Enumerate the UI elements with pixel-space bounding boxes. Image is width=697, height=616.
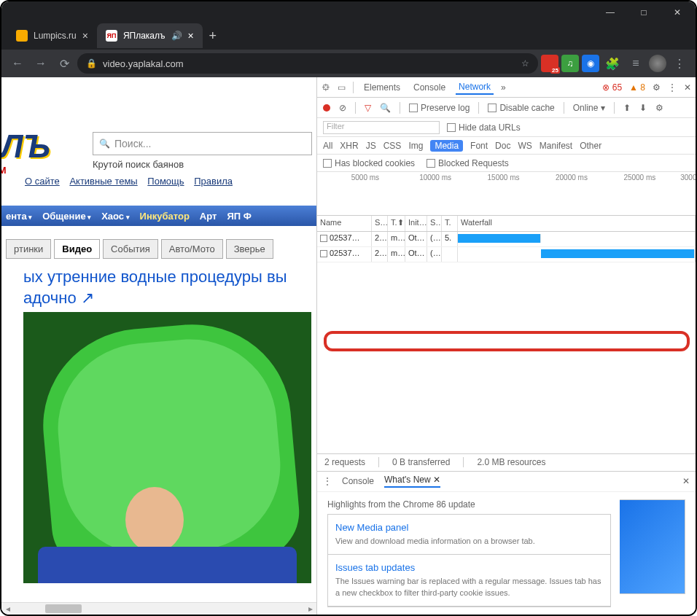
settings-gear-icon[interactable]: ⚙	[653, 82, 661, 93]
sub-tab[interactable]: Видео	[54, 239, 100, 259]
col-size[interactable]: S…	[427, 216, 442, 231]
tab-close-icon[interactable]: ×	[82, 30, 88, 42]
preserve-log-checkbox[interactable]: Preserve log	[409, 103, 470, 113]
network-request-row[interactable]: 02537…2…m…Ot…(…	[317, 247, 696, 262]
site-link[interactable]: О сайте	[25, 176, 60, 187]
extension-icon[interactable]: ♫	[561, 55, 579, 72]
post-title[interactable]: ых утренние водные процедуры вы адочно ↗	[23, 267, 287, 308]
browser-tab-yaplakal[interactable]: ЯП ЯПлакалъ 🔊 ×	[97, 23, 203, 48]
scroll-right-icon[interactable]: ▸	[304, 604, 316, 614]
download-icon[interactable]: ⬇	[639, 103, 647, 113]
devtools-close-icon[interactable]: ✕	[684, 82, 691, 93]
type-filter-ws[interactable]: WS	[518, 141, 531, 151]
error-count[interactable]: ⊗ 65	[602, 82, 622, 93]
card-title[interactable]: New Media panel	[335, 522, 603, 533]
drawer-menu-icon[interactable]: ⋮	[323, 476, 332, 486]
extension-icon[interactable]: 25	[541, 55, 558, 72]
bookmark-star-icon[interactable]: ☆	[521, 58, 529, 69]
type-filter-img[interactable]: Img	[408, 141, 423, 151]
type-filter-other[interactable]: Other	[580, 141, 601, 151]
menu-item[interactable]: Хаос	[101, 211, 129, 222]
timeline-overview[interactable]: 5000 ms10000 ms15000 ms20000 ms25000 ms3…	[317, 172, 696, 216]
upload-icon[interactable]: ⬆	[623, 103, 631, 113]
audio-icon[interactable]: 🔊	[171, 31, 182, 41]
chrome-menu-button[interactable]: ⋮	[669, 53, 690, 74]
scroll-thumb[interactable]	[45, 604, 82, 613]
type-filter-manifest[interactable]: Manifest	[540, 141, 572, 151]
col-type[interactable]: T.⬆	[388, 216, 405, 231]
drawer-tab-console[interactable]: Console	[342, 476, 374, 486]
browser-tab-lumpics[interactable]: Lumpics.ru ×	[7, 23, 97, 48]
sub-tab[interactable]: ртинки	[6, 239, 51, 259]
tab-title: ЯПлакалъ	[123, 31, 166, 41]
omnibox[interactable]: 🔒 video.yaplakal.com ☆	[77, 53, 538, 74]
site-link[interactable]: Правила	[194, 176, 233, 187]
devtools-tab-console[interactable]: Console	[410, 81, 448, 94]
scroll-left-icon[interactable]: ◂	[1, 604, 14, 614]
window-close-button[interactable]: ✕	[661, 1, 694, 23]
menu-item[interactable]: ЯП Ф	[227, 211, 251, 222]
extension-icon[interactable]: ◉	[582, 55, 599, 72]
blocked-cookies-checkbox[interactable]: Has blocked cookies	[323, 158, 415, 168]
inspect-icon[interactable]: ⯐	[322, 82, 330, 93]
reload-button[interactable]: ⟳	[54, 53, 74, 74]
drawer-close-icon[interactable]: ✕	[682, 476, 690, 486]
disable-cache-checkbox[interactable]: Disable cache	[488, 103, 554, 113]
drawer-tab-whatsnew[interactable]: What's New ✕	[384, 475, 440, 488]
horizontal-scrollbar[interactable]: ◂ ▸	[1, 602, 316, 615]
sub-tab[interactable]: Зверье	[226, 239, 273, 259]
menu-item[interactable]: Арт	[200, 211, 217, 222]
menu-item[interactable]: Инкубатор	[140, 211, 190, 222]
clear-icon[interactable]: ⊘	[339, 103, 346, 113]
type-filter-font[interactable]: Font	[470, 141, 488, 151]
type-filter-all[interactable]: All	[323, 141, 332, 151]
blocked-requests-checkbox[interactable]: Blocked Requests	[427, 158, 509, 168]
back-button[interactable]: ←	[7, 53, 28, 74]
devtools-menu-icon[interactable]: ⋮	[668, 82, 677, 93]
window-maximize-button[interactable]: □	[627, 1, 661, 23]
tab-close-icon[interactable]: ×	[188, 30, 194, 42]
site-link[interactable]: Помощь	[147, 176, 184, 187]
site-link[interactable]: Активные темы	[69, 176, 137, 187]
sub-tab[interactable]: События	[103, 239, 158, 259]
forward-button[interactable]: →	[31, 53, 51, 74]
timeline-tick: 3000	[680, 174, 696, 182]
site-search-input[interactable]: 🔍 Поиск...	[93, 132, 312, 155]
menu-item[interactable]: Общение	[42, 211, 91, 222]
type-filter-xhr[interactable]: XHR	[340, 141, 358, 151]
col-time[interactable]: T.	[442, 216, 458, 231]
col-waterfall[interactable]: Waterfall	[458, 216, 696, 231]
throttling-select[interactable]: Online ▾	[573, 103, 605, 113]
extensions-button[interactable]: 🧩	[602, 53, 623, 74]
record-icon[interactable]	[323, 104, 330, 112]
profile-avatar[interactable]	[649, 55, 666, 72]
devtools-tab-network[interactable]: Network	[456, 80, 494, 95]
tab-close-icon[interactable]: ✕	[433, 475, 440, 485]
reading-list-button[interactable]: ≡	[626, 53, 646, 74]
timeline-tick: 25000 ms	[623, 174, 655, 182]
card-title[interactable]: Issues tab updates	[335, 562, 603, 573]
search-icon[interactable]: 🔍	[380, 103, 391, 113]
video-player[interactable]	[23, 312, 311, 583]
more-tabs-icon[interactable]: »	[501, 82, 506, 93]
sub-tab[interactable]: Авто/Мото	[161, 239, 223, 259]
hide-data-urls-checkbox[interactable]: Hide data URLs	[447, 122, 521, 133]
col-initiator[interactable]: Init…	[405, 216, 427, 231]
col-status[interactable]: S…	[372, 216, 388, 231]
network-request-row[interactable]: 02537…2…m…Ot…(…5.	[317, 232, 696, 247]
filter-icon[interactable]: ▽	[365, 103, 371, 113]
gear-icon[interactable]: ⚙	[655, 103, 663, 113]
col-name[interactable]: Name	[317, 216, 372, 231]
type-filter-doc[interactable]: Doc	[495, 141, 510, 151]
warning-count[interactable]: ▲ 8	[629, 82, 645, 93]
type-filter-css[interactable]: CSS	[383, 141, 402, 151]
filter-input[interactable]: Filter	[323, 121, 440, 134]
window-minimize-button[interactable]: —	[593, 1, 627, 23]
new-tab-button[interactable]: +	[203, 26, 223, 46]
site-logo[interactable]: КАЛЪ KAL.COM	[1, 128, 50, 176]
device-mode-icon[interactable]: ▭	[338, 82, 346, 93]
type-filter-media[interactable]: Media	[430, 140, 463, 152]
menu-item[interactable]: ента	[6, 211, 32, 222]
devtools-tab-elements[interactable]: Elements	[361, 81, 403, 94]
type-filter-js[interactable]: JS	[366, 141, 376, 151]
